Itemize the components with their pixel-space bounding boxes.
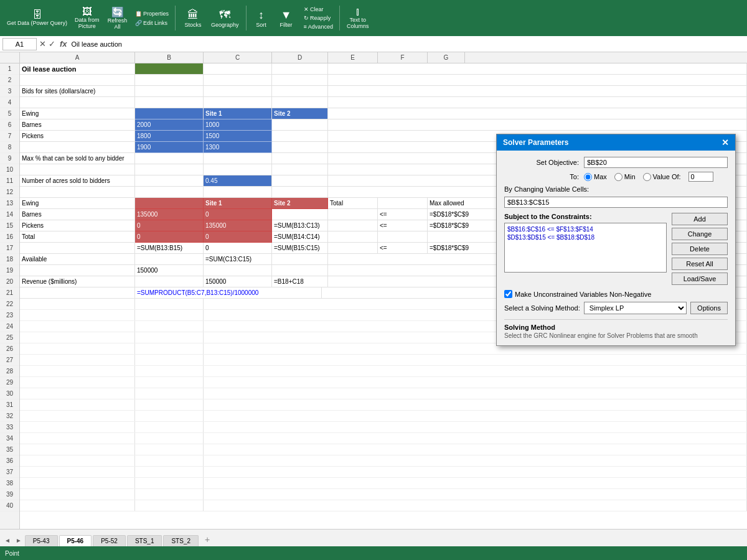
tab-p5-43[interactable]: P5-43 [25, 535, 58, 546]
constraint-item-1[interactable]: $B$16:$C$16 <= $F$13:$F$14 [507, 226, 664, 233]
cell-d15[interactable]: =SUM(B13:C13) [272, 220, 328, 231]
cell-b14[interactable]: 135000 [135, 209, 204, 220]
cell-d13[interactable]: Site 2 [272, 198, 328, 209]
solving-method-select[interactable]: Simplex LP GRG Nonlinear Evolutionary [584, 302, 687, 314]
advanced-button[interactable]: ≡ Advanced [301, 23, 336, 30]
options-button[interactable]: Options [690, 302, 728, 314]
cell-d17[interactable]: =SUM(B15:C15) [272, 243, 328, 254]
cell-a11[interactable]: Number of acres sold to bidders [20, 175, 135, 187]
cell-c16[interactable]: 0 [204, 231, 272, 243]
cell-f15[interactable]: <= [378, 220, 428, 231]
data-from-picture-button[interactable]: 🖼 Data fromPicture [72, 4, 103, 32]
changing-cells-input[interactable] [504, 197, 728, 208]
tab-sts-2[interactable]: STS_2 [163, 535, 199, 546]
cell-a1[interactable]: Oil lease auction [20, 63, 135, 75]
formula-input[interactable]: Oil lease auction [72, 40, 745, 48]
cell-a16[interactable]: Total [20, 231, 135, 243]
cell-a15[interactable]: Pickens [20, 220, 135, 231]
cell-a6[interactable]: Barnes [20, 119, 135, 131]
cell-b6[interactable]: 2000 [135, 119, 204, 131]
cell-d1[interactable] [272, 63, 328, 75]
cell-a3[interactable]: Bids for sites (dollars/acre) [20, 86, 135, 97]
add-button[interactable]: Add [672, 213, 728, 225]
cell-b16[interactable]: 0 [135, 231, 204, 243]
solver-title-bar[interactable]: Solver Parameters ✕ [497, 134, 735, 151]
delete-button[interactable]: Delete [672, 243, 728, 255]
cell-b8[interactable]: 1900 [135, 142, 204, 153]
edit-links-button[interactable]: 🔗 Edit Links [133, 19, 172, 27]
objective-input[interactable]: $B$20 [584, 157, 728, 168]
cell-a5[interactable]: Ewing [20, 108, 135, 119]
cell-a9[interactable]: Max % that can be sold to any bidder [20, 153, 135, 164]
cell-c11[interactable]: 0.45 [204, 175, 272, 187]
cell-a14[interactable]: Barnes [20, 209, 135, 220]
cell-a13[interactable]: Ewing [20, 198, 135, 209]
cell-e13[interactable]: Total [328, 198, 378, 209]
cell-d6[interactable] [272, 119, 328, 131]
cell-d20[interactable]: =B18+C18 [272, 276, 328, 287]
solver-dialog: Solver Parameters ✕ Set Objective: $B$20… [496, 134, 736, 346]
cell-f17[interactable]: <= [378, 243, 428, 254]
stocks-button[interactable]: 🏛 Stocks [179, 6, 207, 30]
load-save-button[interactable]: Load/Save [672, 273, 728, 285]
cell-c17[interactable]: 0 [204, 243, 272, 254]
cell-a20[interactable]: Revenue ($millions) [20, 276, 135, 287]
constraint-item-2[interactable]: $D$13:$D$15 <= $B$18:$D$18 [507, 234, 664, 241]
cell-b5[interactable] [135, 108, 204, 119]
cell-b1[interactable] [135, 63, 204, 75]
cell-f13[interactable] [378, 198, 428, 209]
text-to-columns-button[interactable]: ⫿ Text toColumns [344, 4, 372, 32]
value-of-radio[interactable] [643, 173, 651, 181]
cell-c13[interactable]: Site 1 [204, 198, 272, 209]
sort-button[interactable]: ↕ Sort [250, 6, 273, 30]
cell-d5[interactable]: Site 2 [272, 108, 328, 119]
tab-sts-1[interactable]: STS_1 [127, 535, 162, 546]
cancel-icon[interactable]: ✕ [39, 39, 46, 49]
cell-c8[interactable]: 1300 [204, 142, 272, 153]
clear-button[interactable]: ✕ Clear [301, 6, 336, 13]
cell-b17[interactable]: =SUM(B13:B15) [135, 243, 204, 254]
max-radio-label[interactable]: Max [584, 173, 607, 181]
name-box[interactable] [2, 38, 37, 50]
cell-b21[interactable]: =SUMPRODUCT(B5:C7,B13:C15)/1000000 [135, 287, 322, 299]
cell-c1[interactable] [204, 63, 272, 75]
cell-a18[interactable]: Available [20, 254, 135, 265]
solver-close-icon[interactable]: ✕ [721, 138, 729, 147]
cell-c18[interactable]: =SUM(C13:C15) [204, 254, 272, 265]
cell-d16[interactable]: =SUM(B14:C14) [272, 231, 328, 243]
value-of-input[interactable] [688, 172, 713, 182]
cell-c20[interactable]: 150000 [204, 276, 272, 287]
row-num: 21 [0, 287, 19, 299]
add-sheet-button[interactable]: + [200, 533, 215, 546]
cell-a7[interactable]: Pickens [20, 131, 135, 142]
refresh-all-button[interactable]: 🔄 RefreshAll [104, 4, 131, 33]
cell-b19[interactable]: 150000 [135, 265, 204, 276]
cell-c6[interactable]: 1000 [204, 119, 272, 131]
geography-button[interactable]: 🗺 Geography [208, 6, 242, 30]
min-radio[interactable] [614, 173, 622, 181]
cell-c7[interactable]: 1500 [204, 131, 272, 142]
get-data-button[interactable]: 🗄 Get Data (Power Query) [4, 7, 70, 29]
cell-c15[interactable]: 135000 [204, 220, 272, 231]
tab-p5-52[interactable]: P5-52 [93, 535, 126, 546]
tab-p5-46[interactable]: P5-46 [59, 535, 92, 546]
max-radio[interactable] [584, 173, 592, 181]
scroll-right-icon[interactable]: ► [14, 534, 24, 546]
cell-b7[interactable]: 1800 [135, 131, 204, 142]
reset-all-button[interactable]: Reset All [672, 258, 728, 270]
row-numbers: 1 2 3 4 5 6 7 8 9 10 11 12 13 14 15 16 1… [0, 63, 20, 529]
confirm-icon[interactable]: ✓ [49, 39, 55, 49]
cell-f14[interactable]: <= [378, 209, 428, 220]
cell-c5[interactable]: Site 1 [204, 108, 272, 119]
cell-c14[interactable]: 0 [204, 209, 272, 220]
cell-b15[interactable]: 0 [135, 220, 204, 231]
unconstrained-checkbox[interactable] [504, 290, 512, 298]
scroll-left-icon[interactable]: ◄ [2, 534, 12, 546]
properties-button[interactable]: 📋 Properties [133, 9, 172, 18]
cell-e1[interactable] [328, 63, 747, 75]
min-radio-label[interactable]: Min [614, 173, 636, 181]
reapply-button[interactable]: ↻ Reapply [301, 14, 336, 22]
value-of-radio-label[interactable]: Value Of: [643, 173, 681, 181]
filter-button[interactable]: ▼ Filter [274, 6, 299, 30]
change-button[interactable]: Change [672, 228, 728, 240]
